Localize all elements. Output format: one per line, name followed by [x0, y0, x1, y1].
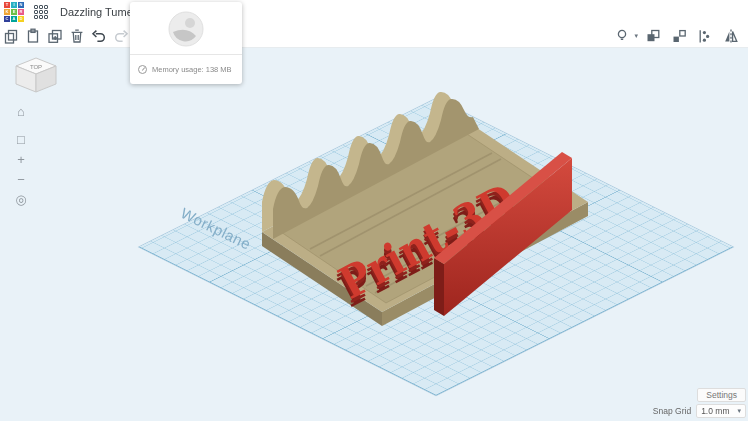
align-icon — [697, 28, 713, 44]
trash-icon — [69, 28, 85, 44]
logo-cell: C — [4, 16, 10, 22]
logo-cell: A — [11, 16, 17, 22]
lightbulb-icon — [614, 28, 630, 44]
zoom-in-button[interactable]: + — [11, 150, 31, 170]
undo-icon — [91, 28, 107, 44]
logo-cell: K — [4, 9, 10, 15]
show-hide-button[interactable] — [611, 25, 633, 47]
tinkercad-logo[interactable]: T I N K E R C A D — [4, 2, 24, 22]
logo-cell: D — [18, 16, 24, 22]
logo-cell: E — [11, 9, 17, 15]
chevron-down-icon: ▾ — [737, 407, 741, 415]
snap-grid-value: 1.0 mm — [701, 406, 729, 416]
copy-button[interactable] — [0, 25, 22, 47]
snap-grid-label: Snap Grid — [653, 406, 691, 416]
logo-cell: I — [11, 2, 17, 8]
fit-view-button[interactable]: □ — [11, 130, 31, 150]
memory-usage-row: Memory usage: 138 MB — [130, 55, 242, 84]
redo-icon — [113, 28, 129, 44]
group-icon — [645, 28, 661, 44]
avatar — [168, 11, 204, 47]
logo-cell: T — [4, 2, 10, 8]
orthographic-view-button[interactable]: ◎ — [11, 190, 31, 210]
group-button[interactable] — [642, 25, 664, 47]
home-view-button[interactable]: ⌂ — [11, 102, 31, 122]
apps-grid-icon[interactable] — [34, 5, 48, 19]
view-cube[interactable]: TOP — [12, 54, 64, 98]
logo-cell: R — [18, 9, 24, 15]
copy-icon — [3, 28, 19, 44]
mirror-icon — [723, 28, 739, 44]
model-scene: Print-3D Print-3D Print-3D — [0, 48, 748, 421]
ungroup-icon — [671, 28, 687, 44]
settings-button[interactable]: Settings — [697, 388, 746, 402]
logo-cell: N — [18, 2, 24, 8]
duplicate-icon — [47, 28, 63, 44]
paste-icon — [25, 28, 41, 44]
tinkercad-window: T I N K E R C A D Dazzling Tumelo — [0, 0, 748, 421]
view-controls: ⌂ □ + − ◎ — [10, 102, 32, 210]
toolbar-right-group: ▾ — [611, 25, 742, 47]
snap-grid-control: Snap Grid 1.0 mm ▾ — [653, 404, 746, 418]
account-dropdown-panel: Memory usage: 138 MB — [130, 2, 242, 84]
toolbar: ▾ — [0, 24, 748, 48]
align-button[interactable] — [694, 25, 716, 47]
header-bar: T I N K E R C A D Dazzling Tumelo — [0, 0, 748, 24]
snap-grid-select[interactable]: 1.0 mm ▾ — [696, 404, 746, 418]
undo-button[interactable] — [88, 25, 110, 47]
paste-button[interactable] — [22, 25, 44, 47]
zoom-out-button[interactable]: − — [11, 170, 31, 190]
delete-button[interactable] — [66, 25, 88, 47]
chevron-down-icon[interactable]: ▾ — [634, 32, 638, 40]
viewport-canvas[interactable]: Workplane — [0, 48, 748, 421]
redo-button[interactable] — [110, 25, 132, 47]
memory-gauge-icon — [138, 65, 147, 74]
duplicate-button[interactable] — [44, 25, 66, 47]
memory-usage-label: Memory usage: 138 MB — [152, 65, 232, 74]
ungroup-button[interactable] — [668, 25, 690, 47]
viewcube-top-label: TOP — [30, 64, 42, 70]
mirror-button[interactable] — [720, 25, 742, 47]
